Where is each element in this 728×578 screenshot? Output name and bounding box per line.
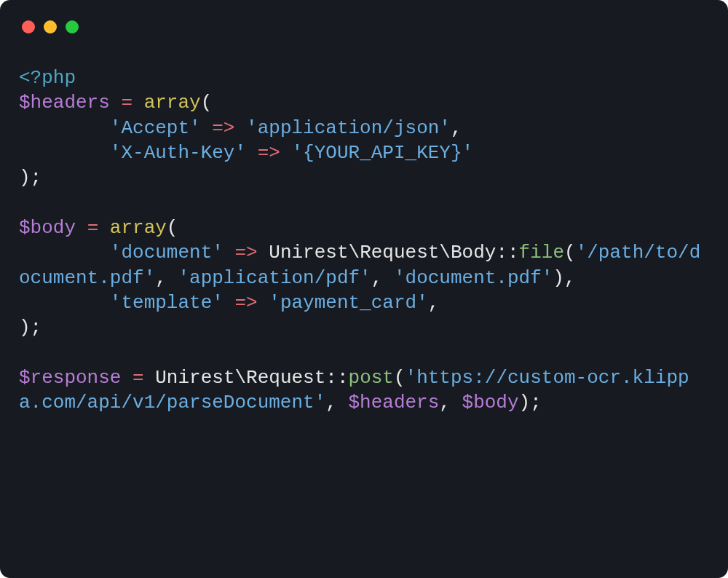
php-open-tag: <?php: [19, 67, 76, 89]
ns-unirest: Unirest: [155, 367, 234, 389]
comma: ,: [155, 267, 167, 289]
window-zoom-icon[interactable]: [66, 20, 79, 33]
var-response: $response: [19, 367, 121, 389]
fn-array: array: [144, 92, 201, 114]
comma: ,: [325, 392, 337, 413]
paren-close: ): [519, 392, 531, 413]
code-window: <?php $headers = array( 'Accept' => 'app…: [0, 0, 728, 578]
operator-assign: =: [121, 92, 132, 114]
semicolon: ;: [530, 392, 542, 413]
paren-open: (: [394, 367, 405, 389]
ns-unirest: Unirest: [269, 242, 348, 264]
paren-open: (: [201, 92, 213, 114]
indent: [19, 117, 110, 139]
ns-request: Request: [246, 367, 325, 389]
ns-sep: \: [439, 242, 451, 264]
method-post: post: [349, 367, 394, 389]
str-apikey: '{YOUR_API_KEY}': [292, 142, 474, 164]
var-headers: $headers: [19, 92, 110, 114]
operator-assign: =: [87, 217, 99, 239]
comma: ,: [439, 392, 451, 413]
dcolon: ::: [325, 367, 348, 389]
window-close-icon[interactable]: [22, 20, 35, 33]
ns-body: Body: [451, 242, 496, 264]
code-block: <?php $headers = array( 'Accept' => 'app…: [19, 66, 709, 415]
str-docpdf: 'document.pdf': [394, 267, 553, 289]
fat-arrow: =>: [258, 142, 280, 164]
paren-close: ): [553, 267, 564, 289]
str-accept: 'Accept': [110, 117, 201, 139]
fn-array: array: [110, 217, 167, 239]
ns-sep: \: [349, 242, 360, 264]
str-apppdf: 'application/pdf': [178, 267, 371, 289]
operator-assign: =: [132, 367, 144, 389]
method-file: file: [519, 242, 564, 264]
indent: [19, 292, 110, 314]
var-body: $body: [462, 392, 519, 413]
ns-sep: \: [234, 367, 246, 389]
comma: ,: [371, 267, 383, 289]
comma: ,: [564, 267, 576, 289]
window-minimize-icon[interactable]: [44, 20, 57, 33]
comma: ,: [451, 117, 462, 139]
paren-open: (: [564, 242, 576, 264]
str-template: 'template': [110, 292, 223, 314]
str-appjson: 'application/json': [246, 117, 451, 139]
indent: [19, 142, 110, 164]
close-paren-semi: );: [19, 317, 41, 339]
close-paren-semi: );: [19, 167, 41, 189]
ns-request: Request: [360, 242, 439, 264]
str-xauth: 'X-Auth-Key': [110, 142, 246, 164]
dcolon: ::: [496, 242, 518, 264]
traffic-lights: [22, 20, 709, 33]
str-paycard: 'payment_card': [269, 292, 427, 314]
fat-arrow: =>: [234, 292, 257, 314]
var-headers: $headers: [349, 392, 440, 413]
str-document: 'document': [110, 242, 223, 264]
fat-arrow: =>: [212, 117, 234, 139]
indent: [19, 242, 110, 264]
fat-arrow: =>: [234, 242, 257, 264]
comma: ,: [428, 292, 440, 314]
paren-open: (: [167, 217, 178, 239]
var-body: $body: [19, 217, 76, 239]
